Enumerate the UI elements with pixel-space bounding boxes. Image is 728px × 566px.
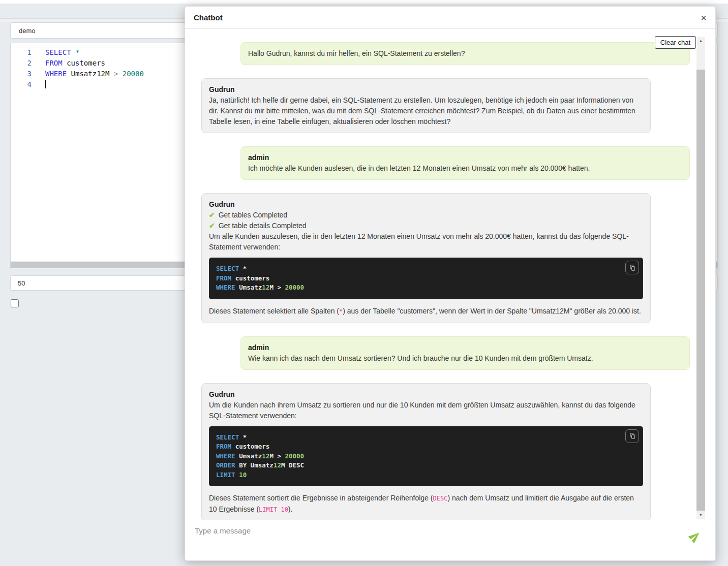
scrollbar-thumb[interactable] (696, 70, 705, 511)
code-token: 20000 (285, 452, 305, 460)
message-text: Dieses Statement selektiert alle Spalten… (209, 306, 643, 317)
send-button[interactable] (689, 530, 701, 544)
scroll-up-icon[interactable]: ▲ (696, 37, 705, 45)
code-token: * (239, 433, 247, 441)
message-text: Um die Kunden nach ihrem Umsatz zu sorti… (209, 400, 643, 421)
check-icon: ✔ (209, 210, 215, 221)
code-token: SELECT (216, 433, 239, 441)
message-input[interactable] (195, 526, 680, 554)
paper-plane-icon (686, 528, 704, 545)
code-token: * (75, 48, 79, 56)
message-text: Ich möchte alle Kunden auslesen, die in … (248, 163, 682, 174)
message-text: Ja, natürlich! Ich helfe dir gerne dabei… (209, 95, 643, 127)
chat-message-bot: Gudrun✔Get tables Completed✔Get table de… (201, 193, 651, 323)
code-token: Umsatz (235, 284, 262, 291)
code-line: WHERE Umsatz12M > 20000 (216, 283, 636, 293)
chat-message-user: adminWie kann ich das nach dem Umsatz so… (240, 336, 690, 370)
chat-message-bot: GudrunJa, natürlich! Ich helfe dir gerne… (201, 78, 651, 133)
tool-status-text: Get table details Completed (219, 221, 307, 231)
sender-name: Gudrun (209, 199, 643, 210)
close-icon[interactable]: × (701, 13, 707, 23)
message-text: Dieses Statement sortiert die Ergebnisse… (209, 493, 643, 515)
code-line: SELECT * (216, 264, 636, 274)
code-token: * (239, 265, 247, 272)
sender-name: admin (248, 342, 682, 353)
tool-status-text: Get tables Completed (219, 210, 287, 221)
code-token: M > (269, 284, 285, 291)
code-token: 10 (239, 471, 247, 479)
dialog-title: Chatbot (194, 13, 223, 22)
sender-name: admin (248, 152, 682, 163)
chat-body: Clear chat Hallo Gudrun, kannst du mir h… (185, 29, 715, 520)
code-token: FROM (216, 274, 231, 282)
inline-code: * (339, 308, 343, 315)
sql-code-block: SELECT *FROM customersWHERE Umsatz12M > … (209, 258, 643, 299)
code-line: FROM customers (216, 274, 636, 284)
code-token: LIMIT (216, 471, 235, 479)
code-line: LIMIT 10 (216, 470, 636, 480)
message-text: Um alle Kunden auszulesen, die in den le… (209, 231, 643, 253)
chat-scrollbar[interactable]: ▲ ▼ (696, 37, 705, 519)
code-line: WHERE Umsatz12M > 20000 (216, 452, 636, 461)
chat-message-user: adminIch möchte alle Kunden auslesen, di… (240, 146, 690, 180)
code-token: 12 (262, 284, 269, 291)
code-token: customers (63, 59, 105, 67)
text-cursor (45, 80, 46, 88)
editor-line-code (45, 79, 46, 90)
message-text: Hallo Gudrun, kannst du mir helfen, ein … (248, 48, 682, 59)
code-token: M DESC (281, 461, 304, 469)
top-bar (0, 0, 728, 4)
option-checkbox[interactable] (11, 299, 19, 307)
code-token: 20000 (285, 284, 305, 291)
tool-status: ✔Get tables Completed (209, 210, 643, 221)
code-line: ORDER BY Umsatz12M DESC (216, 461, 636, 470)
scroll-down-icon[interactable]: ▼ (696, 511, 705, 519)
code-token: SELECT (45, 48, 71, 56)
sql-code-block: SELECT *FROM customersWHERE Umsatz12M > … (209, 426, 643, 487)
chat-message-user: Hallo Gudrun, kannst du mir helfen, ein … (240, 42, 690, 65)
code-token: SELECT (216, 265, 239, 272)
code-token: 12 (262, 452, 269, 460)
message-list: Hallo Gudrun, kannst du mir helfen, ein … (185, 29, 715, 520)
code-token: 20000 (123, 70, 144, 78)
copy-icon (629, 432, 636, 439)
editor-line-code: SELECT * (45, 47, 79, 58)
code-token: ORDER (216, 461, 235, 469)
code-token: 12 (274, 461, 281, 469)
code-token: customers (231, 274, 269, 282)
code-token: Umsatz (235, 452, 262, 460)
code-token: WHERE (216, 284, 235, 291)
line-number: 3 (11, 69, 45, 79)
copy-code-button[interactable] (625, 261, 639, 274)
code-token (118, 70, 122, 78)
copy-icon (629, 264, 636, 271)
check-icon: ✔ (209, 221, 215, 231)
line-number: 1 (11, 47, 45, 58)
editor-line-code: WHERE Umsatz12M > 20000 (45, 69, 144, 79)
code-token: FROM (216, 443, 231, 450)
chat-message-bot: GudrunUm die Kunden nach ihrem Umsatz zu… (201, 383, 651, 520)
code-token: Umsatz12M (67, 70, 114, 78)
code-token: customers (231, 443, 269, 450)
editor-line-code: FROM customers (45, 58, 105, 69)
line-number: 2 (11, 58, 45, 69)
sender-name: Gudrun (209, 84, 643, 95)
code-token: M > (269, 452, 285, 460)
code-token: FROM (45, 59, 63, 67)
tool-status: ✔Get table details Completed (209, 221, 643, 231)
line-number: 4 (11, 79, 45, 90)
code-token (71, 48, 75, 56)
inline-code: LIMIT 10 (259, 506, 288, 513)
message-text: Wie kann ich das nach dem Umsatz sortier… (248, 353, 682, 364)
dialog-header: Chatbot × (185, 7, 715, 29)
sender-name: Gudrun (209, 389, 643, 400)
code-token: WHERE (216, 452, 235, 460)
code-line: FROM customers (216, 442, 636, 452)
code-line: SELECT * (216, 433, 636, 443)
message-input-area (185, 520, 715, 560)
copy-code-button[interactable] (625, 429, 639, 443)
inline-code: DESC (433, 495, 447, 502)
chatbot-dialog: Chatbot × Clear chat Hallo Gudrun, kanns… (185, 6, 716, 561)
code-token: BY Umsatz (235, 461, 274, 469)
clear-chat-button[interactable]: Clear chat (655, 36, 696, 49)
